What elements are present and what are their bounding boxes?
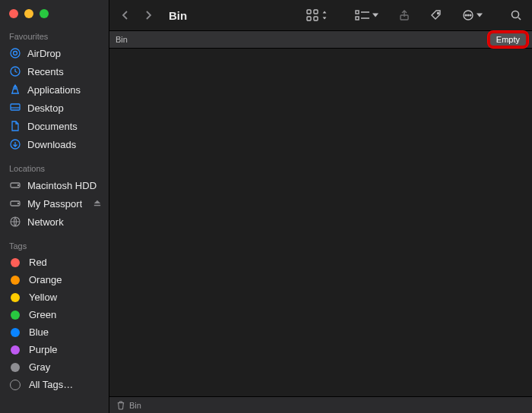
sidebar-item-label: AirDrop (27, 48, 61, 59)
sidebar-tag-gray[interactable]: Gray (0, 358, 109, 376)
sidebar-tag-all[interactable]: All Tags… (0, 376, 109, 393)
download-icon (9, 138, 21, 150)
svg-rect-11 (314, 10, 318, 14)
back-button[interactable] (120, 10, 131, 20)
sidebar-item-label: Orange (29, 274, 62, 285)
airdrop-icon (9, 47, 21, 59)
sidebar-tag-green[interactable]: Green (0, 306, 109, 323)
svg-point-0 (11, 49, 20, 58)
search-button[interactable] (508, 9, 524, 21)
sidebar-tag-blue[interactable]: Blue (0, 323, 109, 341)
tag-dot-icon (11, 311, 20, 320)
view-mode-button[interactable] (303, 8, 330, 22)
sidebar-section-favourites: Favourites (0, 29, 109, 44)
sidebar-item-airdrop[interactable]: AirDrop (0, 44, 109, 62)
sidebar-item-documents[interactable]: Documents (0, 117, 109, 135)
folder-content-area[interactable] (109, 49, 532, 396)
sidebar-tag-red[interactable]: Red (0, 254, 109, 271)
zoom-window-button[interactable] (40, 9, 49, 18)
sidebar-tag-orange[interactable]: Orange (0, 271, 109, 288)
sidebar-item-label: Downloads (27, 139, 76, 150)
group-button[interactable] (353, 10, 381, 20)
sidebar-item-label: Macintosh HDD (27, 180, 97, 191)
sidebar-item-label: Network (27, 216, 64, 228)
svg-point-22 (512, 11, 519, 18)
minimize-window-button[interactable] (24, 9, 33, 18)
path-bar: Bin Empty (109, 30, 532, 49)
sidebar: Favourites AirDrop Recents Applications … (0, 0, 109, 413)
eject-icon[interactable] (93, 200, 101, 207)
sidebar-item-label: Applications (27, 84, 81, 96)
window-controls (0, 6, 109, 29)
sidebar-item-my-passport[interactable]: My Passport (0, 194, 109, 213)
sidebar-item-label: Red (29, 257, 47, 268)
sidebar-item-macintosh-hdd[interactable]: Macintosh HDD (0, 176, 109, 194)
sidebar-item-downloads[interactable]: Downloads (0, 135, 109, 153)
document-icon (9, 120, 21, 132)
desktop-icon (9, 102, 21, 114)
forward-button[interactable] (143, 10, 154, 20)
svg-point-19 (465, 14, 467, 16)
svg-rect-3 (11, 104, 20, 110)
window-title: Bin (169, 9, 187, 22)
tag-dot-icon (11, 328, 20, 337)
sidebar-section-tags: Tags (0, 238, 109, 254)
empty-trash-button[interactable]: Empty (490, 33, 526, 46)
sidebar-item-label: Gray (29, 361, 50, 373)
svg-point-21 (470, 14, 471, 16)
action-menu-button[interactable] (460, 9, 485, 21)
path-location: Bin (116, 35, 128, 44)
share-button[interactable] (396, 9, 413, 21)
apps-icon (9, 84, 21, 96)
sidebar-item-label: Recents (27, 66, 64, 77)
sidebar-item-applications[interactable]: Applications (0, 80, 109, 99)
hdd-icon (9, 179, 21, 191)
svg-point-6 (17, 184, 18, 185)
hdd-icon (9, 197, 21, 210)
sidebar-item-network[interactable]: Network (0, 213, 109, 231)
all-tags-icon (10, 380, 21, 390)
tag-dot-icon (11, 363, 20, 372)
toolbar: Bin (109, 0, 532, 30)
sidebar-item-desktop[interactable]: Desktop (0, 99, 109, 117)
sidebar-item-label: My Passport (27, 198, 82, 210)
close-window-button[interactable] (9, 9, 18, 18)
tag-dot-icon (11, 276, 20, 285)
svg-rect-14 (356, 11, 359, 14)
tag-dot-icon (11, 293, 20, 302)
svg-point-8 (17, 203, 18, 203)
tag-dot-icon (11, 258, 20, 267)
sidebar-section-locations: Locations (0, 161, 109, 176)
tag-dot-icon (11, 345, 20, 355)
globe-icon (9, 216, 21, 228)
svg-rect-10 (307, 10, 311, 14)
svg-rect-15 (356, 17, 359, 20)
sidebar-item-label: Desktop (27, 102, 64, 114)
sidebar-item-label: Green (29, 309, 56, 320)
main-area: Bin Bin Empty (109, 0, 532, 413)
sidebar-item-label: Blue (29, 326, 49, 338)
tags-button[interactable] (428, 9, 445, 21)
sidebar-item-recents[interactable]: Recents (0, 62, 109, 80)
svg-point-1 (14, 52, 17, 55)
trash-icon (117, 401, 125, 410)
svg-rect-13 (314, 17, 318, 20)
sidebar-item-label: Yellow (29, 292, 57, 303)
sidebar-item-label: Documents (27, 121, 78, 132)
svg-point-20 (467, 14, 469, 16)
sidebar-item-label: Purple (29, 344, 58, 355)
clock-icon (9, 65, 21, 77)
sidebar-item-label: All Tags… (29, 379, 73, 390)
sidebar-tag-purple[interactable]: Purple (0, 341, 109, 358)
status-bar: Bin (109, 396, 532, 413)
svg-point-17 (438, 13, 439, 14)
svg-rect-12 (307, 17, 311, 20)
sidebar-tag-yellow[interactable]: Yellow (0, 288, 109, 306)
status-path: Bin (129, 401, 141, 410)
